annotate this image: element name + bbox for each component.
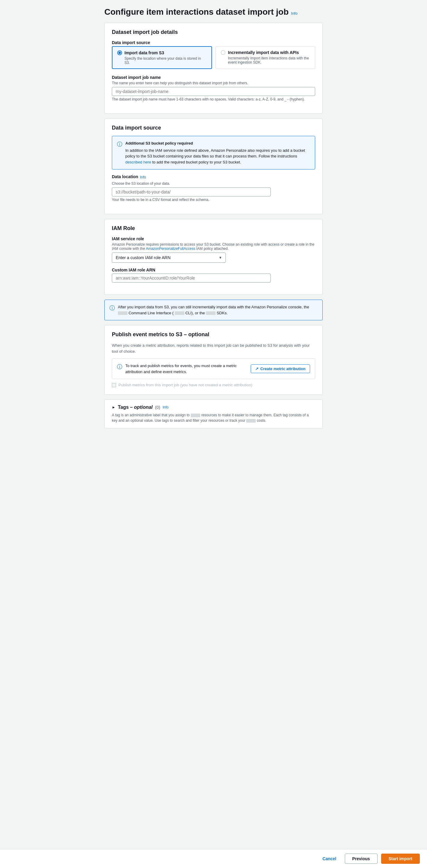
iam-service-role-label: IAM service role <box>112 236 315 241</box>
iam-role-select-wrapper: Enter a custom IAM role ARN ▼ <box>112 252 226 263</box>
iam-service-role-hint: Amazon Personalize requires permissions … <box>112 242 315 251</box>
tags-header[interactable]: ► Tags – optional (0) Info <box>112 405 315 410</box>
radio-api-desc: Incrementally import item interactions d… <box>228 56 310 64</box>
data-import-source-section: Data import source ⓘ Additional S3 bucke… <box>104 119 323 214</box>
job-name-input[interactable] <box>112 87 315 96</box>
footer-bar: Cancel Previous Start import <box>0 849 427 868</box>
incremental-import-note: ⓘ After you import data from S3, you can… <box>104 300 323 320</box>
info-icon-s3-policy: ⓘ <box>117 141 122 148</box>
redacted-aws-2 <box>175 311 185 315</box>
data-location-input[interactable] <box>112 187 271 196</box>
radio-option-s3[interactable]: Import data from S3 Specify the location… <box>112 46 212 69</box>
info-icon-metric: ⓘ <box>117 363 122 370</box>
iam-service-role-field-group: IAM service role Amazon Personalize requ… <box>112 236 315 263</box>
section-title-data-import: Data import source <box>112 125 315 131</box>
section-title-iam: IAM Role <box>112 225 315 231</box>
job-name-label: Dataset import job name <box>112 75 315 80</box>
radio-s3-desc: Specify the location where your data is … <box>125 56 207 65</box>
tags-count: (0) <box>155 405 160 410</box>
tags-description: A tag is an administrative label that yo… <box>112 412 315 423</box>
data-location-label: Data location <box>112 174 138 179</box>
redacted-aws-1 <box>118 311 127 315</box>
cancel-button[interactable]: Cancel <box>318 854 341 864</box>
radio-s3-label: Import data from S3 <box>125 51 164 55</box>
job-name-note: The dataset import job name must have 1-… <box>112 97 315 101</box>
info-icon-incremental: ⓘ <box>109 304 115 312</box>
job-name-field-group: Dataset import job name The name you ent… <box>112 75 315 101</box>
page-title: Configure item interactions dataset impo… <box>104 7 289 17</box>
iam-role-select[interactable]: Enter a custom IAM role ARN <box>112 252 226 263</box>
redacted-aws-3 <box>206 311 216 315</box>
radio-api-label: Incrementally import data with APIs <box>228 50 299 55</box>
tags-expand-icon: ► <box>112 405 116 409</box>
data-location-hint: Choose the S3 location of your data. <box>112 182 315 186</box>
s3-policy-text2: to add the required bucket policy to you… <box>152 160 241 164</box>
start-import-button[interactable]: Start import <box>381 854 420 864</box>
custom-arn-input[interactable] <box>112 274 271 282</box>
data-location-note: Your file needs to be in a CSV format an… <box>112 198 315 202</box>
publish-metrics-checkbox-row: Publish metrics from this import job (yo… <box>112 383 315 387</box>
s3-policy-text1: In addition to the IAM service role defi… <box>125 148 305 159</box>
iam-link[interactable]: AmazonPersonalizeFullAccess <box>146 247 195 251</box>
dataset-import-job-details-section: Dataset import job details Data import s… <box>104 23 323 114</box>
data-import-source-label: Data import source <box>112 40 315 45</box>
publish-metrics-checkbox <box>112 383 116 387</box>
page-header: Configure item interactions dataset impo… <box>104 7 323 17</box>
data-location-info-link[interactable]: Info <box>140 175 146 179</box>
radio-circle-s3 <box>117 51 122 55</box>
section-title-publish: Publish event metrics to S3 – optional <box>112 332 315 338</box>
tags-info-link[interactable]: Info <box>163 405 168 409</box>
redacted-aws-tags-2 <box>246 419 256 423</box>
publish-event-metrics-section: Publish event metrics to S3 – optional W… <box>104 325 323 395</box>
job-name-hint: The name you enter here can help you dis… <box>112 81 315 85</box>
metric-attribution-banner-text: To track and publish metrics for events,… <box>125 363 247 375</box>
metric-attribution-banner: ⓘ To track and publish metrics for event… <box>112 359 315 379</box>
page-info-link[interactable]: Info <box>291 11 298 16</box>
custom-arn-label: Custom IAM role ARN <box>112 268 315 272</box>
external-link-icon: ↗ <box>255 367 259 371</box>
described-here-link[interactable]: described here <box>125 160 151 164</box>
redacted-aws-tags-1 <box>191 413 200 417</box>
iam-role-section: IAM Role IAM service role Amazon Persona… <box>104 219 323 295</box>
radio-option-api[interactable]: Incrementally import data with APIs Incr… <box>216 46 315 69</box>
metric-attribution-left: ⓘ To track and publish metrics for event… <box>117 363 247 375</box>
s3-policy-banner: ⓘ Additional S3 bucket policy required I… <box>112 136 315 169</box>
create-metric-attribution-button[interactable]: ↗ Create metric attribution <box>251 364 310 373</box>
tags-title: Tags – optional <box>118 405 153 410</box>
previous-button[interactable]: Previous <box>345 854 377 864</box>
radio-circle-api <box>221 50 226 55</box>
s3-policy-banner-title: Additional S3 bucket policy required <box>125 141 310 146</box>
incremental-note-text: After you import data from S3, you can s… <box>118 304 318 316</box>
publish-metrics-label: Publish metrics from this import job (yo… <box>119 383 253 387</box>
s3-policy-banner-text: Additional S3 bucket policy required In … <box>125 141 310 165</box>
data-location-field-group: Data location Info Choose the S3 locatio… <box>112 174 315 202</box>
publish-section-desc: When you create a metric attribution, re… <box>112 343 315 354</box>
tags-section: ► Tags – optional (0) Info A tag is an a… <box>104 400 323 428</box>
data-import-source-radio-group: Import data from S3 Specify the location… <box>112 46 315 69</box>
custom-arn-field-group: Custom IAM role ARN <box>112 268 315 282</box>
section-title-job-details: Dataset import job details <box>112 29 315 35</box>
